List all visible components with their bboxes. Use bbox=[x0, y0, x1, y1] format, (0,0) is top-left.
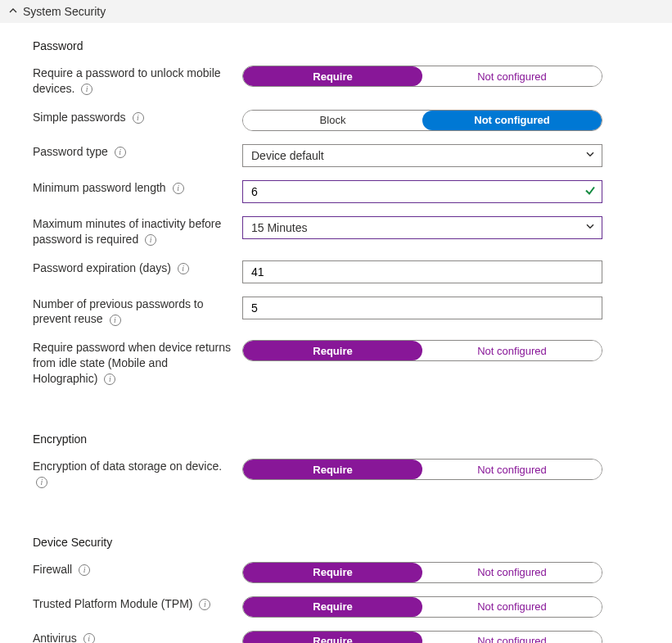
group-title-password: Password bbox=[33, 39, 672, 52]
toggle-require-password[interactable]: Require Not configured bbox=[242, 66, 602, 87]
label-simple-passwords: Simple passwords bbox=[33, 111, 126, 124]
toggle-option-not-configured[interactable]: Not configured bbox=[422, 341, 602, 360]
select-password-type-value: Device default bbox=[251, 149, 324, 162]
input-prev-passwords[interactable] bbox=[242, 297, 602, 319]
label-password-type: Password type bbox=[33, 145, 108, 158]
toggle-option-block[interactable]: Block bbox=[243, 111, 422, 130]
label-firewall: Firewall bbox=[33, 563, 72, 576]
group-title-encryption: Encryption bbox=[33, 432, 672, 446]
toggle-option-require[interactable]: Require bbox=[243, 66, 422, 86]
label-min-length: Minimum password length bbox=[33, 181, 166, 194]
toggle-tpm[interactable]: Require Not configured bbox=[242, 596, 602, 618]
label-encryption-storage: Encryption of data storage on device. bbox=[33, 460, 222, 473]
select-password-type[interactable]: Device default bbox=[242, 144, 602, 167]
info-icon[interactable]: i bbox=[79, 564, 90, 576]
info-icon[interactable]: i bbox=[104, 374, 115, 385]
toggle-option-require[interactable]: Require bbox=[243, 563, 422, 582]
toggle-option-require[interactable]: Require bbox=[243, 632, 422, 643]
label-idle-return: Require password when device returns fro… bbox=[33, 341, 231, 385]
info-icon[interactable]: i bbox=[178, 263, 189, 274]
info-icon[interactable]: i bbox=[81, 84, 92, 95]
toggle-option-not-configured[interactable]: Not configured bbox=[422, 563, 602, 582]
select-max-inactive[interactable]: 15 Minutes bbox=[242, 216, 602, 239]
input-expiration[interactable] bbox=[242, 260, 602, 283]
toggle-antivirus[interactable]: Require Not configured bbox=[242, 631, 602, 643]
info-icon[interactable]: i bbox=[115, 147, 126, 158]
toggle-option-not-configured[interactable]: Not configured bbox=[422, 632, 602, 643]
toggle-option-not-configured[interactable]: Not configured bbox=[422, 66, 602, 86]
info-icon[interactable]: i bbox=[110, 315, 121, 326]
label-antivirus: Antivirus bbox=[33, 632, 77, 643]
toggle-encryption-storage[interactable]: Require Not configured bbox=[242, 459, 602, 480]
chevron-down-icon bbox=[585, 220, 595, 233]
label-require-password: Require a password to unlock mobile devi… bbox=[33, 66, 221, 95]
section-header[interactable]: System Security bbox=[0, 0, 672, 23]
info-icon[interactable]: i bbox=[145, 234, 156, 246]
info-icon[interactable]: i bbox=[199, 599, 210, 610]
info-icon[interactable]: i bbox=[173, 183, 184, 194]
info-icon[interactable]: i bbox=[83, 633, 95, 643]
toggle-option-not-configured[interactable]: Not configured bbox=[422, 111, 602, 130]
select-max-inactive-value: 15 Minutes bbox=[251, 221, 307, 234]
toggle-option-not-configured[interactable]: Not configured bbox=[422, 460, 602, 479]
toggle-firewall[interactable]: Require Not configured bbox=[242, 562, 602, 583]
input-min-length[interactable] bbox=[242, 180, 602, 203]
check-icon bbox=[584, 184, 596, 198]
label-expiration: Password expiration (days) bbox=[33, 261, 171, 274]
chevron-down-icon bbox=[585, 148, 595, 161]
group-title-device: Device Security bbox=[33, 536, 672, 549]
toggle-option-not-configured[interactable]: Not configured bbox=[422, 597, 602, 617]
label-tpm: Trusted Platform Module (TPM) bbox=[33, 597, 193, 610]
info-icon[interactable]: i bbox=[36, 477, 47, 488]
section-title: System Security bbox=[23, 5, 106, 18]
toggle-idle-return[interactable]: Require Not configured bbox=[242, 340, 602, 361]
toggle-simple-passwords[interactable]: Block Not configured bbox=[242, 110, 602, 131]
toggle-option-require[interactable]: Require bbox=[243, 460, 422, 479]
label-max-inactive: Maximum minutes of inactivity before pas… bbox=[33, 217, 221, 246]
info-icon[interactable]: i bbox=[133, 112, 144, 124]
toggle-option-require[interactable]: Require bbox=[243, 597, 422, 617]
toggle-option-require[interactable]: Require bbox=[243, 341, 422, 360]
chevron-up-icon bbox=[8, 5, 18, 18]
